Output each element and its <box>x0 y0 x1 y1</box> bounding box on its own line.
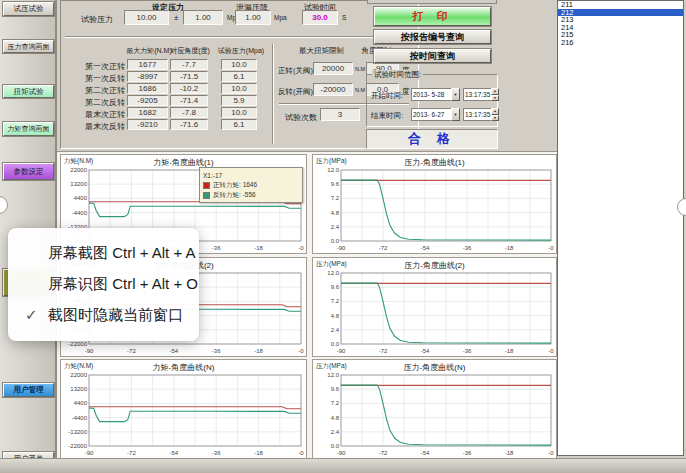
divider <box>272 44 274 144</box>
sidebar-item-user-management[interactable]: 用户管理 <box>3 383 54 397</box>
query-by-report-button[interactable]: 按报告编号查询 <box>374 30 491 44</box>
svg-text:7.2: 7.2 <box>331 298 340 304</box>
svg-text:-18: -18 <box>505 245 514 251</box>
sidebar-item-torque-test[interactable]: 扭矩试验 <box>3 85 54 98</box>
test-pressure-field[interactable]: 10.00 <box>124 10 169 25</box>
pressure-chart-plot: 12.09.67.24.82.40.0-90-72-54-36-18-0 <box>313 168 556 252</box>
svg-text:-36: -36 <box>212 245 221 251</box>
svg-text:-13200: -13200 <box>68 429 87 435</box>
svg-text:-0: -0 <box>548 245 554 251</box>
start-date-picker[interactable]: 2013- 5-28 ▼ <box>411 88 460 101</box>
spin-down-icon[interactable]: ▼ <box>491 115 499 122</box>
chart-title: 压力-角度曲线(1) <box>313 155 556 168</box>
report-number-list[interactable]: 211 212 213 214 215 216 <box>557 0 684 456</box>
end-time-spinner[interactable]: 13:17:35 ▲ ▼ <box>463 108 499 121</box>
svg-text:-0: -0 <box>298 245 304 251</box>
start-time-spinner[interactable]: 13:17:35 ▲ ▼ <box>463 88 499 101</box>
reverse-torque-limit-field[interactable]: -20000 <box>313 83 353 96</box>
screenshot-context-menu: 屏幕截图 Ctrl + Alt + A 屏幕识图 Ctrl + Alt + O … <box>8 228 199 341</box>
menu-item-screen-capture[interactable]: 屏幕截图 Ctrl + Alt + A <box>8 237 199 268</box>
end-time-value[interactable]: 13:17:35 <box>463 108 491 121</box>
sidebar-item-pressure-query[interactable]: 压力查询画面 <box>3 40 54 53</box>
spin-down-icon[interactable]: ▼ <box>491 95 499 102</box>
status-strip <box>0 458 686 473</box>
forward-series-chip <box>203 182 210 189</box>
sidebar-item-parameter-settings[interactable]: 参数设定 <box>3 163 54 180</box>
chevron-down-icon[interactable]: ▼ <box>451 88 460 101</box>
seconds-unit: S <box>342 14 346 21</box>
divider <box>65 36 413 38</box>
svg-text:22000: 22000 <box>70 168 87 173</box>
svg-text:9.6: 9.6 <box>331 386 340 392</box>
svg-text:0.0: 0.0 <box>331 443 340 449</box>
svg-text:-90: -90 <box>337 348 346 354</box>
torque-angle-chart-n: 力矩(N.M) 力矩-角度曲线(N) 22000132004400-4400-1… <box>60 359 307 459</box>
menu-item-screen-ocr[interactable]: 屏幕识图 Ctrl + Alt + O <box>8 268 199 299</box>
list-item[interactable]: 215 <box>558 31 683 39</box>
row-label: 第二次正转 <box>65 85 125 96</box>
print-button[interactable]: 打 印 <box>374 7 491 26</box>
tolerance-field[interactable]: 1.00 <box>183 10 223 25</box>
query-by-time-button[interactable]: 按时间查询 <box>374 49 491 63</box>
start-time-value[interactable]: 13:17:35 <box>463 88 491 101</box>
pressure-chart-plot: 12.09.67.24.82.40.0-90-72-54-36-18-0 <box>313 373 556 457</box>
table-cell: 10.0 <box>221 83 257 94</box>
mpa-unit-2: Mpa <box>274 14 287 21</box>
table-cell: 10.0 <box>221 107 257 118</box>
end-date-picker[interactable]: 2013- 6-27 ▼ <box>411 108 460 121</box>
y-axis-label: 力矩(N.M) <box>64 362 93 371</box>
sidebar-item-pressure-test[interactable]: 试压试验 <box>3 2 54 16</box>
menu-item-hide-window-toggle[interactable]: ✓截图时隐藏当前窗口 <box>8 299 199 330</box>
forward-torque-limit-field[interactable]: 20000 <box>313 62 353 75</box>
svg-text:22000: 22000 <box>70 373 87 378</box>
svg-text:-4400: -4400 <box>72 210 88 216</box>
table-cell: 6.1 <box>221 119 257 130</box>
test-count-label: 试验次数 <box>285 112 317 123</box>
y-axis-label: 力矩(N.M) <box>64 157 93 166</box>
leak-drop-field[interactable]: 1.00 <box>235 10 271 25</box>
reverse-series-chip <box>203 192 210 199</box>
svg-text:7.2: 7.2 <box>331 195 340 201</box>
list-item[interactable]: 212 <box>558 9 683 17</box>
svg-text:-22000: -22000 <box>68 443 87 449</box>
chevron-down-icon[interactable]: ▼ <box>451 108 460 121</box>
svg-text:-18: -18 <box>254 348 263 354</box>
test-count-field[interactable]: 3 <box>320 108 360 121</box>
svg-text:-90: -90 <box>85 450 94 456</box>
start-time-label: 开始时间: <box>371 91 403 101</box>
svg-text:-36: -36 <box>463 245 472 251</box>
time-range-groupbox: 试验时间范围: 开始时间: 2013- 5-28 ▼ 13:17:35 ▲ ▼ … <box>366 74 498 127</box>
svg-text:-0: -0 <box>298 450 304 456</box>
test-result-badge: 合 格 <box>366 129 498 149</box>
table-cell: 1682 <box>127 107 168 118</box>
start-date-value[interactable]: 2013- 5-28 <box>411 88 451 101</box>
query-panel: 打 印 按报告编号查询 按时间查询 试验时间范围: 开始时间: 2013- 5-… <box>363 0 500 152</box>
svg-text:2.4: 2.4 <box>331 224 340 230</box>
svg-text:-18: -18 <box>505 348 514 354</box>
table-header-pressure: 试验压力(Mpa) <box>215 46 267 56</box>
svg-text:-18: -18 <box>505 450 514 456</box>
svg-text:-18: -18 <box>254 245 263 251</box>
svg-text:0.0: 0.0 <box>331 238 340 244</box>
svg-text:-4400: -4400 <box>72 415 88 421</box>
svg-text:-36: -36 <box>463 348 472 354</box>
forward-torque-readout: 正转力矩: 1646 <box>213 181 257 190</box>
svg-text:-22000: -22000 <box>68 341 87 347</box>
time-range-title: 试验时间范围: <box>372 70 423 80</box>
svg-text:9.6: 9.6 <box>331 181 340 187</box>
list-item[interactable]: 214 <box>558 24 683 32</box>
table-cell: 5.9 <box>221 95 257 106</box>
end-date-value[interactable]: 2013- 6-27 <box>411 108 451 121</box>
end-time-label: 结束时间: <box>371 111 403 121</box>
test-time-field[interactable]: 30.0 <box>302 10 338 25</box>
list-item[interactable]: 213 <box>558 16 683 24</box>
sidebar-item-torque-query[interactable]: 力矩查询画面 <box>3 122 54 136</box>
y-axis-label: 压力(MPa) <box>316 260 347 269</box>
torque-limit-header: 最大扭矩限制 <box>284 46 359 56</box>
chart-title: 压力-角度曲线(2) <box>313 258 556 271</box>
table-cell: 1677 <box>127 59 168 70</box>
svg-text:-72: -72 <box>127 450 136 456</box>
list-item[interactable]: 216 <box>558 39 683 47</box>
table-cell: -10.2 <box>170 83 208 94</box>
list-item[interactable]: 211 <box>558 1 683 9</box>
